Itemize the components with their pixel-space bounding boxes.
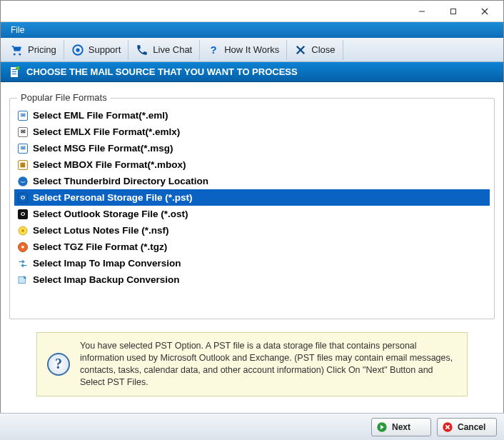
info-panel: ? You have selected PST Option. A PST fi… <box>36 332 468 396</box>
format-label: Select MSG File Format(*.msg) <box>33 143 173 154</box>
info-question-icon: ? <box>47 353 70 376</box>
format-item-mbox[interactable]: ▦Select MBOX File Format(*.mbox) <box>14 156 490 173</box>
info-text: You have selected PST Option. A PST file… <box>80 340 457 389</box>
livechat-label: Live Chat <box>153 44 192 55</box>
pricing-button[interactable]: Pricing <box>4 40 64 60</box>
cancel-label: Cancel <box>458 422 485 432</box>
eml-icon: ✉ <box>17 110 29 121</box>
close-window-button[interactable] <box>469 1 500 21</box>
minimize-button[interactable] <box>406 1 438 21</box>
svg-rect-13 <box>12 74 16 74</box>
section-title: CHOOSE THE MAIL SOURCE THAT YOU WANT TO … <box>26 66 298 77</box>
format-label: Select Outlook Storage File (*.ost) <box>33 209 188 219</box>
mbox-icon: ▦ <box>17 159 29 171</box>
phone-icon <box>136 44 148 56</box>
livechat-button[interactable]: Live Chat <box>128 40 200 60</box>
footer: Next Cancel <box>0 413 504 440</box>
svg-point-14 <box>18 176 27 186</box>
format-item-outlook-pst[interactable]: OSelect Personal Storage File (*.pst) <box>14 189 490 206</box>
format-item-eml[interactable]: ✉Select EML File Format(*.eml) <box>14 107 490 124</box>
format-label: Select MBOX File Format(*.mbox) <box>33 159 186 170</box>
menu-file[interactable]: File <box>6 24 29 36</box>
question-icon: ? <box>207 44 220 56</box>
format-label: Select Thunderbird Directory Location <box>33 176 208 186</box>
format-item-tgz[interactable]: ●Select TGZ File Format (*.tgz) <box>14 239 490 255</box>
pricing-label: Pricing <box>28 44 56 55</box>
close-label: Close <box>311 44 335 55</box>
svg-point-5 <box>76 48 79 51</box>
format-item-msg[interactable]: ✉Select MSG File Format(*.msg) <box>14 140 490 156</box>
maximize-button[interactable] <box>438 1 469 21</box>
next-label: Next <box>392 422 410 432</box>
lotus-icon <box>17 225 29 236</box>
svg-rect-12 <box>12 71 16 72</box>
formats-legend: Popular File Formats <box>17 92 111 103</box>
outlook-pst-icon: O <box>17 192 29 204</box>
toolbar: Pricing Support Live Chat ? How It Works… <box>1 38 503 62</box>
format-label: Select EML File Format(*.eml) <box>33 110 168 121</box>
support-button[interactable]: Support <box>64 40 129 60</box>
format-label: Select Imap To Imap Conversion <box>33 258 181 269</box>
svg-point-16 <box>21 229 24 231</box>
headset-icon <box>71 44 84 56</box>
emlx-icon: ✉ <box>17 126 29 138</box>
thunderbird-icon <box>17 176 29 187</box>
titlebar <box>1 1 503 22</box>
tgz-icon: ● <box>17 241 29 253</box>
main-content: Popular File Formats ✉Select EML File Fo… <box>1 82 503 385</box>
format-item-thunderbird[interactable]: Select Thunderbird Directory Location <box>14 173 490 189</box>
svg-text:?: ? <box>211 44 217 56</box>
close-button[interactable]: Close <box>287 40 343 60</box>
format-item-outlook-ost[interactable]: OSelect Outlook Storage File (*.ost) <box>14 206 490 222</box>
formats-list: ✉Select EML File Format(*.eml)✉Select EM… <box>14 107 490 288</box>
format-item-imap-backup[interactable]: Select Imap Backup Conversion <box>14 271 490 288</box>
howitworks-button[interactable]: ? How It Works <box>200 40 287 60</box>
outlook-ost-icon: O <box>17 209 29 220</box>
section-header: CHOOSE THE MAIL SOURCE THAT YOU WANT TO … <box>1 62 503 82</box>
cancel-button[interactable]: Cancel <box>437 418 497 436</box>
formats-group: Popular File Formats ✉Select EML File Fo… <box>9 98 495 319</box>
format-item-emlx[interactable]: ✉Select EMLX File Format(*.emlx) <box>14 124 490 140</box>
cancel-x-icon <box>442 421 453 433</box>
format-label: Select EMLX File Format(*.emlx) <box>33 126 180 137</box>
format-label: Select TGZ File Format (*.tgz) <box>33 241 167 252</box>
svg-rect-11 <box>12 69 16 70</box>
format-label: Select Imap Backup Conversion <box>33 274 180 285</box>
support-label: Support <box>89 44 121 55</box>
msg-icon: ✉ <box>17 143 29 154</box>
next-arrow-icon <box>376 421 388 433</box>
cart-icon <box>11 44 24 56</box>
imap-backup-icon <box>17 274 29 286</box>
close-icon <box>294 44 307 56</box>
howitworks-label: How It Works <box>224 44 279 55</box>
doc-icon <box>9 66 21 78</box>
imap-icon <box>17 258 29 269</box>
format-item-imap[interactable]: Select Imap To Imap Conversion <box>14 255 490 271</box>
format-item-lotus[interactable]: Select Lotus Notes File (*.nsf) <box>14 222 490 239</box>
next-button[interactable]: Next <box>371 418 431 436</box>
svg-rect-1 <box>451 9 456 14</box>
format-label: Select Personal Storage File (*.pst) <box>33 192 193 203</box>
format-label: Select Lotus Notes File (*.nsf) <box>33 225 169 236</box>
menubar: File <box>1 22 503 38</box>
